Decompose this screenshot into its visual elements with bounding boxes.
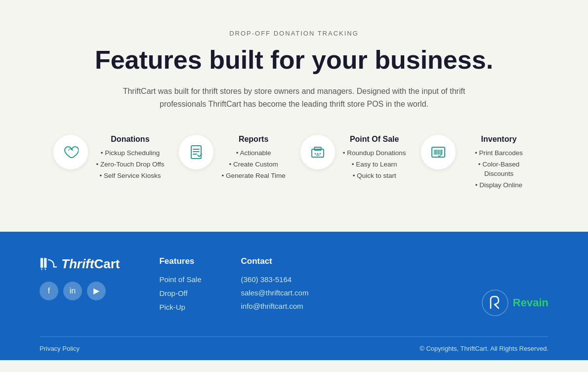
bullet-item: Display Online xyxy=(463,181,535,190)
inventory-info: Inventory Print Barcodes Color-Based Dis… xyxy=(463,135,535,192)
contact-heading: Contact xyxy=(241,256,309,266)
bullet-item: Quick to start xyxy=(343,171,406,181)
features-link-item-pickup: Pick-Up xyxy=(159,303,201,312)
logo-text: ThriftCart xyxy=(61,256,120,272)
revain-text: Revain xyxy=(513,296,548,309)
copyright-text: © Copyrights, ThriftCart. All Rights Res… xyxy=(420,345,548,352)
contact-phone: (360) 383-5164 xyxy=(241,275,309,284)
bullet-item: Self Service Kiosks xyxy=(96,171,164,181)
contact-sales-email: sales@thriftcart.com xyxy=(241,289,309,297)
bullet-item: Actionable xyxy=(221,149,285,158)
cart-logo-icon xyxy=(40,257,57,271)
donations-icon-circle xyxy=(53,135,88,169)
document-icon xyxy=(188,144,204,160)
logo-thrift: Thrift xyxy=(61,256,94,271)
svg-rect-13 xyxy=(41,258,43,268)
logo-container: ThriftCart xyxy=(40,256,120,272)
youtube-button[interactable]: ▶ xyxy=(87,282,106,300)
footer: ThriftCart f in ▶ Features Point of Sale… xyxy=(0,232,588,360)
top-section: DROP-OFF DONATION TRACKING Features buil… xyxy=(0,0,588,232)
main-heading: Features built for your business. xyxy=(10,46,578,74)
pos-bullets: Roundup Donations Easy to Learn Quick to… xyxy=(343,149,406,181)
pos-icon-circle xyxy=(300,135,335,169)
bullet-item: Generate Real Time xyxy=(221,171,285,181)
features-row: Donations Pickup Scheduling Zero-Touch D… xyxy=(22,135,566,192)
feature-card-reports: Reports Actionable Create Custom Generat… xyxy=(179,135,285,192)
features-heading: Features xyxy=(159,256,201,266)
svg-point-5 xyxy=(319,153,321,155)
reports-icon-circle xyxy=(179,135,213,169)
contact-info-email: info@thriftcart.com xyxy=(241,302,309,310)
social-icons: f in ▶ xyxy=(40,282,120,300)
inventory-icon-circle xyxy=(421,135,456,169)
svg-rect-14 xyxy=(44,258,46,268)
donations-bullets: Pickup Scheduling Zero-Touch Drop Offs S… xyxy=(96,149,164,181)
footer-contact-col: Contact (360) 383-5164 sales@thriftcart.… xyxy=(241,256,309,315)
reports-title: Reports xyxy=(221,135,285,144)
register-icon xyxy=(310,144,326,160)
heart-icon xyxy=(63,144,79,160)
bullet-item: Print Barcodes xyxy=(463,149,535,158)
reports-bullets: Actionable Create Custom Generate Real T… xyxy=(221,149,285,181)
revain-logo-icon xyxy=(482,289,509,317)
inventory-title: Inventory xyxy=(463,135,535,144)
dropoff-link[interactable]: Drop-Off xyxy=(159,289,187,297)
footer-features-col: Features Point of Sale Drop-Off Pick-Up xyxy=(159,256,201,317)
footer-brand: ThriftCart f in ▶ xyxy=(40,256,120,300)
sub-description: ThriftCart was built for thrift stores b… xyxy=(116,85,472,110)
svg-point-4 xyxy=(317,153,318,155)
features-link-item-dropoff: Drop-Off xyxy=(159,289,201,298)
logo-cart-text: Cart xyxy=(94,256,120,271)
section-label: DROP-OFF DONATION TRACKING xyxy=(10,30,578,37)
bullet-item: Color-Based Discounts xyxy=(463,160,535,179)
features-links-list: Point of Sale Drop-Off Pick-Up xyxy=(159,275,201,312)
barcode-icon xyxy=(430,144,446,160)
bullet-item: Easy to Learn xyxy=(343,160,406,169)
feature-card-inventory: Inventory Print Barcodes Color-Based Dis… xyxy=(421,135,535,192)
privacy-policy-link[interactable]: Privacy Policy xyxy=(40,345,80,352)
features-link-item-pos: Point of Sale xyxy=(159,275,201,284)
donations-info: Donations Pickup Scheduling Zero-Touch D… xyxy=(96,135,164,183)
feature-card-pos: Point Of Sale Roundup Donations Easy to … xyxy=(300,135,406,192)
bullet-item: Roundup Donations xyxy=(343,149,406,158)
bullet-item: Create Custom xyxy=(221,160,285,169)
footer-bottom: Privacy Policy © Copyrights, ThriftCart.… xyxy=(40,336,548,360)
feature-card-donations: Donations Pickup Scheduling Zero-Touch D… xyxy=(53,135,164,192)
svg-point-3 xyxy=(314,153,316,155)
donations-title: Donations xyxy=(96,135,164,144)
revain-watermark: Revain xyxy=(482,289,548,317)
inventory-bullets: Print Barcodes Color-Based Discounts Dis… xyxy=(463,149,535,190)
reports-info: Reports Actionable Create Custom Generat… xyxy=(221,135,285,183)
facebook-button[interactable]: f xyxy=(40,282,58,300)
svg-point-15 xyxy=(482,290,508,316)
footer-top: ThriftCart f in ▶ Features Point of Sale… xyxy=(40,256,548,336)
bullet-item: Pickup Scheduling xyxy=(96,149,164,158)
linkedin-button[interactable]: in xyxy=(63,282,82,300)
pickup-link[interactable]: Pick-Up xyxy=(159,303,185,311)
pos-link[interactable]: Point of Sale xyxy=(159,275,201,284)
bullet-item: Zero-Touch Drop Offs xyxy=(96,160,164,169)
pos-info: Point Of Sale Roundup Donations Easy to … xyxy=(343,135,406,183)
pos-title: Point Of Sale xyxy=(343,135,406,144)
